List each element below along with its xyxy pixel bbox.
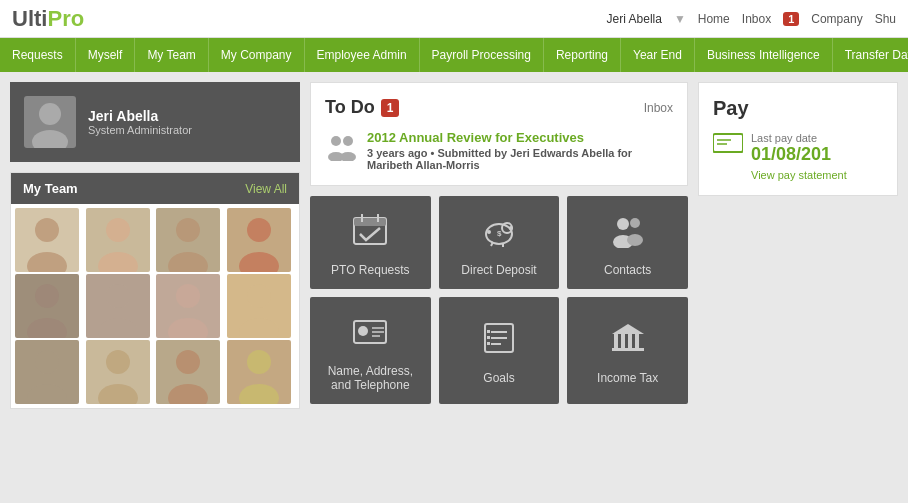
right-column: Pay Last pay date 01/08/201 View pay sta… [698, 82, 898, 493]
tile-contacts-label: Contacts [604, 263, 651, 277]
logo-ulti: UltiPro [12, 6, 84, 31]
svg-rect-56 [487, 342, 490, 345]
team-member-8[interactable] [227, 274, 291, 338]
team-member-7[interactable] [156, 274, 220, 338]
tile-pto-label: PTO Requests [331, 263, 409, 277]
main-content: Jeri Abella System Administrator My Team… [0, 72, 908, 503]
pay-box: Pay Last pay date 01/08/201 View pay sta… [698, 82, 898, 196]
inbox-label: Inbox [644, 101, 673, 115]
todo-item-submitter: Jeri Edwards Abella [510, 147, 614, 159]
svg-point-41 [617, 218, 629, 230]
nav-employee-admin[interactable]: Employee Admin [305, 38, 420, 72]
piggy-bank-icon: $ [481, 212, 517, 255]
todo-title-text: To Do [325, 97, 375, 118]
calendar-icon [352, 212, 388, 255]
profile-box: Jeri Abella System Administrator [10, 82, 300, 162]
team-member-10[interactable] [86, 340, 150, 404]
separator1: ▼ [674, 12, 686, 26]
todo-box: To Do 1 Inbox 2012 Annual Review for Exe… [310, 82, 688, 186]
team-member-6[interactable] [86, 274, 150, 338]
svg-point-26 [331, 136, 341, 146]
tile-contacts[interactable]: Contacts [567, 196, 688, 289]
nav-transfer-data[interactable]: Transfer Data [833, 38, 908, 72]
svg-point-0 [39, 103, 61, 125]
svg-point-18 [35, 350, 59, 374]
svg-point-2 [35, 218, 59, 242]
svg-point-15 [168, 318, 208, 338]
nav-year-end[interactable]: Year End [621, 38, 695, 72]
share-link[interactable]: Shu [875, 12, 896, 26]
team-member-9[interactable] [15, 340, 79, 404]
company-link[interactable]: Company [811, 12, 862, 26]
nav-reporting[interactable]: Reporting [544, 38, 621, 72]
svg-point-4 [106, 218, 130, 242]
svg-point-22 [176, 350, 200, 374]
top-bar-username[interactable]: Jeri Abella [607, 12, 662, 26]
svg-rect-55 [487, 336, 490, 339]
svg-point-10 [35, 284, 59, 308]
svg-rect-58 [614, 334, 618, 348]
svg-point-17 [239, 318, 279, 338]
svg-point-14 [176, 284, 200, 308]
tile-goals[interactable]: Goals [439, 297, 560, 404]
goals-list-icon [481, 320, 517, 363]
svg-point-8 [247, 218, 271, 242]
svg-point-36 [509, 226, 513, 230]
todo-item-title[interactable]: 2012 Annual Review for Executives [367, 130, 673, 145]
svg-point-6 [176, 218, 200, 242]
tile-income-tax[interactable]: Income Tax [567, 297, 688, 404]
svg-rect-31 [354, 218, 386, 226]
nav-payroll-processing[interactable]: Payroll Processing [420, 38, 544, 72]
logo-text-ulti: Ulti [12, 6, 47, 31]
home-link[interactable]: Home [698, 12, 730, 26]
tile-income-tax-label: Income Tax [597, 371, 658, 385]
team-member-1[interactable] [15, 208, 79, 272]
tile-pto-requests[interactable]: PTO Requests [310, 196, 431, 289]
svg-point-16 [247, 284, 271, 308]
svg-point-24 [247, 350, 271, 374]
nav-my-team[interactable]: My Team [135, 38, 208, 72]
pay-date-label: Last pay date [751, 132, 847, 144]
todo-item-content: 2012 Annual Review for Executives 3 year… [367, 130, 673, 171]
nav-myself[interactable]: Myself [76, 38, 136, 72]
svg-point-19 [27, 384, 67, 404]
pay-title: Pay [713, 97, 883, 120]
view-pay-statement-link[interactable]: View pay statement [751, 169, 847, 181]
svg-rect-60 [628, 334, 632, 348]
my-team-title: My Team [23, 181, 78, 196]
top-bar-right: Jeri Abella ▼ Home Inbox 1 Company Shu [607, 12, 896, 26]
svg-point-39 [487, 230, 491, 234]
team-member-12[interactable] [227, 340, 291, 404]
tile-name-address-label: Name, Address, and Telephone [320, 364, 421, 392]
svg-rect-54 [487, 330, 490, 333]
nav-my-company[interactable]: My Company [209, 38, 305, 72]
logo-text-pro: Pro [47, 6, 84, 31]
middle-column: To Do 1 Inbox 2012 Annual Review for Exe… [310, 82, 688, 493]
todo-item-meta: 3 years ago • Submitted by Jeri Edwards … [367, 147, 673, 171]
tiles-grid: PTO Requests $ Direct Deposit [310, 196, 688, 404]
tile-direct-deposit[interactable]: $ Direct Deposit [439, 196, 560, 289]
tile-name-address[interactable]: Name, Address, and Telephone [310, 297, 431, 404]
bank-icon [610, 320, 646, 363]
inbox-badge: 1 [783, 12, 799, 26]
view-all-link[interactable]: View All [245, 182, 287, 196]
tile-goals-label: Goals [483, 371, 514, 385]
todo-title: To Do 1 [325, 97, 399, 118]
team-member-5[interactable] [15, 274, 79, 338]
svg-point-25 [239, 384, 279, 404]
team-member-2[interactable] [86, 208, 150, 272]
todo-header: To Do 1 Inbox [325, 97, 673, 118]
team-member-3[interactable] [156, 208, 220, 272]
svg-rect-62 [612, 348, 644, 351]
team-member-11[interactable] [156, 340, 220, 404]
nav-requests[interactable]: Requests [0, 38, 76, 72]
my-team-box: My Team View All [10, 172, 300, 409]
svg-marker-57 [612, 324, 644, 334]
nav-business-intelligence[interactable]: Business Intelligence [695, 38, 833, 72]
svg-point-11 [27, 318, 67, 338]
inbox-link[interactable]: Inbox [742, 12, 771, 26]
svg-point-3 [27, 252, 67, 272]
profile-info: Jeri Abella System Administrator [88, 108, 192, 136]
team-member-4[interactable] [227, 208, 291, 272]
svg-point-5 [98, 252, 138, 272]
